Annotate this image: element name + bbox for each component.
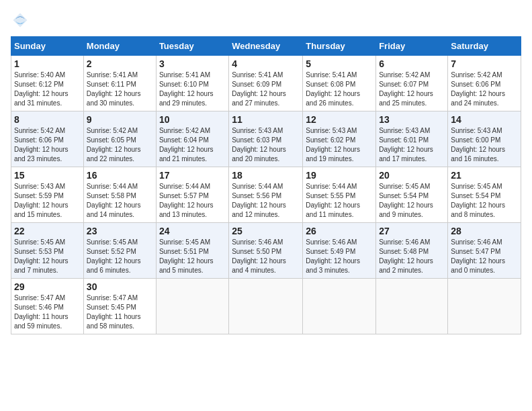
calendar-cell: 4Sunrise: 5:41 AM Sunset: 6:09 PM Daylig… (229, 56, 303, 111)
cell-day-number: 7 (451, 58, 518, 69)
calendar-cell: 27Sunrise: 5:46 AM Sunset: 5:48 PM Dayli… (376, 223, 448, 279)
cell-day-number: 8 (14, 114, 81, 125)
logo (11, 11, 32, 30)
cell-info: Sunrise: 5:41 AM Sunset: 6:11 PM Dayligh… (87, 71, 153, 108)
calendar-table: SundayMondayTuesdayWednesdayThursdayFrid… (11, 36, 521, 334)
calendar-week-5: 29Sunrise: 5:47 AM Sunset: 5:46 PM Dayli… (11, 279, 521, 334)
calendar-cell: 16Sunrise: 5:44 AM Sunset: 5:58 PM Dayli… (83, 167, 156, 223)
cell-day-number: 30 (87, 281, 153, 292)
calendar-cell: 23Sunrise: 5:45 AM Sunset: 5:52 PM Dayli… (83, 223, 156, 279)
cell-day-number: 23 (87, 226, 153, 236)
calendar-cell: 6Sunrise: 5:42 AM Sunset: 6:07 PM Daylig… (376, 56, 448, 111)
calendar-cell: 26Sunrise: 5:46 AM Sunset: 5:49 PM Dayli… (303, 223, 376, 279)
cell-info: Sunrise: 5:43 AM Sunset: 6:00 PM Dayligh… (451, 126, 518, 164)
page-header (11, 11, 521, 30)
cell-info: Sunrise: 5:44 AM Sunset: 5:58 PM Dayligh… (87, 182, 153, 220)
column-header-wednesday: Wednesday (229, 37, 303, 56)
cell-info: Sunrise: 5:41 AM Sunset: 6:08 PM Dayligh… (306, 71, 373, 108)
cell-day-number: 22 (14, 226, 81, 236)
calendar-cell: 9Sunrise: 5:42 AM Sunset: 6:05 PM Daylig… (83, 111, 156, 167)
calendar-cell: 29Sunrise: 5:47 AM Sunset: 5:46 PM Dayli… (11, 279, 84, 334)
cell-info: Sunrise: 5:42 AM Sunset: 6:06 PM Dayligh… (14, 126, 81, 164)
calendar-cell: 28Sunrise: 5:46 AM Sunset: 5:47 PM Dayli… (448, 223, 521, 279)
cell-day-number: 18 (232, 170, 300, 181)
cell-info: Sunrise: 5:47 AM Sunset: 5:45 PM Dayligh… (87, 293, 153, 331)
calendar-cell: 20Sunrise: 5:45 AM Sunset: 5:54 PM Dayli… (376, 167, 448, 223)
calendar-week-4: 22Sunrise: 5:45 AM Sunset: 5:53 PM Dayli… (11, 223, 521, 279)
cell-info: Sunrise: 5:45 AM Sunset: 5:52 PM Dayligh… (87, 238, 153, 275)
cell-day-number: 5 (306, 58, 373, 69)
calendar-cell: 5Sunrise: 5:41 AM Sunset: 6:08 PM Daylig… (303, 56, 376, 111)
cell-day-number: 26 (306, 226, 373, 236)
cell-day-number: 2 (87, 58, 153, 69)
column-header-saturday: Saturday (448, 37, 521, 56)
cell-day-number: 15 (14, 170, 81, 181)
calendar-cell (448, 279, 521, 334)
calendar-week-1: 1Sunrise: 5:40 AM Sunset: 6:12 PM Daylig… (11, 56, 521, 111)
cell-info: Sunrise: 5:44 AM Sunset: 5:56 PM Dayligh… (232, 182, 300, 220)
cell-info: Sunrise: 5:45 AM Sunset: 5:53 PM Dayligh… (14, 238, 81, 275)
cell-info: Sunrise: 5:43 AM Sunset: 6:01 PM Dayligh… (379, 126, 445, 164)
cell-day-number: 21 (451, 170, 518, 181)
calendar-cell: 30Sunrise: 5:47 AM Sunset: 5:45 PM Dayli… (83, 279, 156, 334)
calendar-cell: 12Sunrise: 5:43 AM Sunset: 6:02 PM Dayli… (303, 111, 376, 167)
calendar-cell: 8Sunrise: 5:42 AM Sunset: 6:06 PM Daylig… (11, 111, 84, 167)
calendar-cell: 17Sunrise: 5:44 AM Sunset: 5:57 PM Dayli… (156, 167, 228, 223)
column-header-thursday: Thursday (303, 37, 376, 56)
cell-day-number: 20 (379, 170, 445, 181)
cell-day-number: 27 (379, 226, 445, 236)
calendar-cell: 24Sunrise: 5:45 AM Sunset: 5:51 PM Dayli… (156, 223, 228, 279)
cell-info: Sunrise: 5:41 AM Sunset: 6:09 PM Dayligh… (232, 71, 300, 108)
cell-day-number: 13 (379, 114, 445, 125)
calendar-cell: 15Sunrise: 5:43 AM Sunset: 5:59 PM Dayli… (11, 167, 84, 223)
cell-info: Sunrise: 5:44 AM Sunset: 5:55 PM Dayligh… (306, 182, 373, 220)
calendar-cell (303, 279, 376, 334)
calendar-cell: 14Sunrise: 5:43 AM Sunset: 6:00 PM Dayli… (448, 111, 521, 167)
calendar-cell: 3Sunrise: 5:41 AM Sunset: 6:10 PM Daylig… (156, 56, 228, 111)
cell-day-number: 3 (159, 58, 226, 69)
calendar-cell: 11Sunrise: 5:43 AM Sunset: 6:03 PM Dayli… (229, 111, 303, 167)
cell-day-number: 4 (232, 58, 300, 69)
cell-info: Sunrise: 5:43 AM Sunset: 5:59 PM Dayligh… (14, 182, 81, 220)
calendar-cell: 7Sunrise: 5:42 AM Sunset: 6:06 PM Daylig… (448, 56, 521, 111)
column-header-monday: Monday (83, 37, 156, 56)
cell-info: Sunrise: 5:40 AM Sunset: 6:12 PM Dayligh… (14, 71, 81, 108)
cell-day-number: 17 (159, 170, 226, 181)
calendar-cell: 1Sunrise: 5:40 AM Sunset: 6:12 PM Daylig… (11, 56, 84, 111)
column-header-friday: Friday (376, 37, 448, 56)
cell-day-number: 11 (232, 114, 300, 125)
calendar-cell: 2Sunrise: 5:41 AM Sunset: 6:11 PM Daylig… (83, 56, 156, 111)
column-header-sunday: Sunday (11, 37, 84, 56)
cell-info: Sunrise: 5:46 AM Sunset: 5:49 PM Dayligh… (306, 238, 373, 275)
cell-info: Sunrise: 5:41 AM Sunset: 6:10 PM Dayligh… (159, 71, 226, 108)
cell-day-number: 16 (87, 170, 153, 181)
cell-info: Sunrise: 5:47 AM Sunset: 5:46 PM Dayligh… (14, 293, 81, 331)
calendar-cell: 10Sunrise: 5:42 AM Sunset: 6:04 PM Dayli… (156, 111, 228, 167)
cell-info: Sunrise: 5:44 AM Sunset: 5:57 PM Dayligh… (159, 182, 226, 220)
cell-info: Sunrise: 5:45 AM Sunset: 5:54 PM Dayligh… (451, 182, 518, 220)
cell-day-number: 9 (87, 114, 153, 125)
calendar-cell (156, 279, 228, 334)
cell-info: Sunrise: 5:42 AM Sunset: 6:04 PM Dayligh… (159, 126, 226, 164)
cell-day-number: 28 (451, 226, 518, 236)
cell-info: Sunrise: 5:42 AM Sunset: 6:06 PM Dayligh… (451, 71, 518, 108)
calendar-cell (376, 279, 448, 334)
cell-info: Sunrise: 5:46 AM Sunset: 5:48 PM Dayligh… (379, 238, 445, 275)
cell-info: Sunrise: 5:42 AM Sunset: 6:05 PM Dayligh… (87, 126, 153, 164)
cell-day-number: 6 (379, 58, 445, 69)
cell-info: Sunrise: 5:46 AM Sunset: 5:50 PM Dayligh… (232, 238, 300, 275)
calendar-header-row: SundayMondayTuesdayWednesdayThursdayFrid… (11, 37, 521, 56)
calendar-cell: 13Sunrise: 5:43 AM Sunset: 6:01 PM Dayli… (376, 111, 448, 167)
cell-day-number: 14 (451, 114, 518, 125)
calendar-cell: 25Sunrise: 5:46 AM Sunset: 5:50 PM Dayli… (229, 223, 303, 279)
calendar-week-3: 15Sunrise: 5:43 AM Sunset: 5:59 PM Dayli… (11, 167, 521, 223)
cell-info: Sunrise: 5:43 AM Sunset: 6:02 PM Dayligh… (306, 126, 373, 164)
cell-day-number: 1 (14, 58, 81, 69)
calendar-week-2: 8Sunrise: 5:42 AM Sunset: 6:06 PM Daylig… (11, 111, 521, 167)
cell-info: Sunrise: 5:46 AM Sunset: 5:47 PM Dayligh… (451, 238, 518, 275)
logo-icon (11, 11, 30, 30)
calendar-cell (229, 279, 303, 334)
calendar-cell: 21Sunrise: 5:45 AM Sunset: 5:54 PM Dayli… (448, 167, 521, 223)
column-header-tuesday: Tuesday (156, 37, 228, 56)
cell-day-number: 12 (306, 114, 373, 125)
